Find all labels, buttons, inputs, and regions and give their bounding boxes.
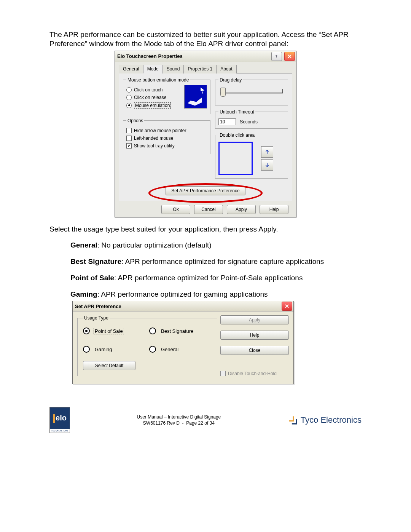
highlight-ellipse	[148, 183, 263, 203]
radio-general-label: General	[160, 346, 180, 353]
close-button[interactable]	[282, 302, 292, 311]
double-click-box	[218, 142, 253, 175]
radio-gaming[interactable]: Gaming	[83, 346, 145, 353]
tab-general[interactable]: General	[119, 65, 143, 73]
footer-line1: User Manual – Interactive Digital Signag…	[137, 414, 221, 420]
tab-bar: General Mode Sound Properties 1 About	[119, 64, 292, 73]
page-footer: elo TOUCHSYSTEMS User Manual – Interacti…	[49, 407, 362, 433]
radio-gaming-label: Gaming	[94, 346, 113, 353]
radio-point-of-sale[interactable]: Point of Sale	[83, 328, 145, 334]
radio-point-of-sale-label: Point of Sale	[94, 328, 124, 334]
drag-delay-slider[interactable]	[220, 92, 283, 94]
help-button[interactable]: Help	[220, 331, 289, 340]
double-click-area-legend: Double click area	[218, 133, 256, 138]
radio-mouse-emulation-label: Mouse emulation	[134, 102, 171, 109]
usage-type-legend: Usage Type	[83, 315, 110, 321]
window-title: Elo Touchscreen Properties	[117, 53, 270, 59]
general-desc: : No particular optimization (default)	[97, 241, 212, 249]
check-left-handed-label: Left-handed mouse	[134, 136, 173, 141]
general-label: General	[70, 241, 97, 249]
close-button[interactable]	[284, 52, 295, 61]
cancel-button[interactable]: Cancel	[194, 205, 223, 214]
elo-logo-sub: TOUCHSYSTEMS	[50, 429, 70, 433]
untouch-timeout-legend: Untouch Timeout	[218, 109, 255, 115]
help-button-bottom[interactable]: Help	[260, 205, 288, 214]
apply-button[interactable]: Apply	[227, 205, 256, 214]
select-default-button[interactable]: Select Default	[83, 361, 135, 370]
apply-button[interactable]: Apply	[220, 315, 289, 324]
tab-about[interactable]: About	[216, 65, 236, 73]
select-usage-paragraph: Select the usage type best suited for yo…	[49, 225, 362, 234]
elo-touchscreen-properties-window: Elo Touchscreen Properties ? General Mod…	[115, 51, 296, 217]
tyco-mark-icon	[288, 415, 298, 425]
gaming-desc: : APR performance optimized for gaming a…	[97, 290, 268, 298]
check-hide-pointer-label: Hide arrow mouse pointer	[134, 128, 186, 133]
untouch-timeout-unit: Seconds	[240, 119, 258, 125]
gaming-label: Gaming	[70, 290, 97, 298]
check-tool-tray-label: Show tool tray utility	[134, 143, 175, 149]
footer-text: User Manual – Interactive Digital Signag…	[137, 414, 221, 426]
radio-click-on-touch[interactable]: Click on touch	[126, 87, 181, 93]
help-button[interactable]: ?	[271, 52, 282, 61]
radio-best-signature-label: Best Signature	[160, 328, 194, 334]
ok-button[interactable]: Ok	[161, 205, 190, 214]
checkbox-icon	[220, 371, 226, 376]
best-signature-label: Best Signature	[70, 257, 121, 265]
tab-mode[interactable]: Mode	[143, 65, 163, 73]
radio-click-on-release[interactable]: Click on release	[126, 95, 181, 100]
point-of-sale-line: Point of Sale: APR performance optimized…	[49, 273, 362, 283]
gaming-line: Gaming: APR performance optimized for ga…	[49, 290, 362, 299]
slider-tick	[282, 89, 283, 93]
mouse-emulation-group: Mouse button emulation mode Click on tou…	[123, 77, 210, 114]
tab-properties1[interactable]: Properties 1	[183, 65, 217, 73]
slider-thumb[interactable]	[220, 88, 226, 97]
dialog-button-row: Ok Cancel Apply Help	[119, 201, 292, 214]
radio-mouse-emulation[interactable]: Mouse emulation	[126, 102, 181, 109]
options-legend: Options	[126, 118, 144, 123]
best-signature-desc: : APR performance optimized for signatur…	[121, 257, 324, 265]
disable-touch-hold-label: Disable Touch-and-Hold	[228, 371, 277, 376]
footer-page-number: Page 22 of 34	[186, 420, 215, 426]
intro-paragraph: The APR performance can be customized to…	[49, 30, 362, 48]
footer-doc-id: SW601176 Rev D	[143, 420, 180, 426]
cursor-preview-icon	[184, 85, 207, 109]
untouch-timeout-input[interactable]	[218, 118, 236, 125]
drag-delay-legend: Drag delay	[218, 77, 243, 83]
increase-area-button[interactable]	[261, 146, 273, 158]
elo-logo: elo TOUCHSYSTEMS	[49, 407, 70, 433]
best-signature-line: Best Signature: APR performance optimize…	[49, 257, 362, 266]
decrease-area-button[interactable]	[261, 159, 273, 171]
general-line: General: No particular optimization (def…	[49, 241, 362, 250]
usage-type-group: Usage Type Point of Sale Best Signature …	[77, 315, 217, 376]
set-apr-preference-window: Set APR Preference Usage Type Point of S…	[72, 301, 294, 384]
point-of-sale-label: Point of Sale	[70, 274, 114, 282]
svg-text:?: ?	[276, 54, 278, 58]
titlebar: Set APR Preference	[73, 301, 293, 312]
drag-delay-group: Drag delay	[215, 77, 288, 105]
options-group: Options Hide arrow mouse pointer Left-ha…	[123, 118, 210, 154]
tyco-logo-text: Tyco Electronics	[301, 415, 362, 425]
radio-best-signature[interactable]: Best Signature	[149, 328, 212, 334]
titlebar: Elo Touchscreen Properties ?	[115, 51, 296, 62]
mouse-emulation-legend: Mouse button emulation mode	[126, 77, 190, 83]
window-title: Set APR Preference	[75, 304, 282, 309]
disable-touch-hold-check[interactable]: Disable Touch-and-Hold	[220, 371, 289, 376]
double-click-area-group: Double click area	[215, 133, 288, 179]
untouch-timeout-group: Untouch Timeout Seconds	[215, 109, 288, 129]
point-of-sale-desc: : APR performance optimized for Point-of…	[114, 274, 303, 282]
check-hide-pointer[interactable]: Hide arrow mouse pointer	[126, 128, 207, 133]
radio-general[interactable]: General	[149, 346, 212, 353]
check-left-handed[interactable]: Left-handed mouse	[126, 136, 207, 141]
check-tool-tray[interactable]: Show tool tray utility	[126, 143, 207, 149]
tab-sound[interactable]: Sound	[162, 65, 184, 73]
tyco-logo: Tyco Electronics	[288, 415, 362, 425]
radio-click-on-release-label: Click on release	[134, 95, 166, 100]
radio-click-on-touch-label: Click on touch	[134, 87, 162, 93]
close-button-bottom[interactable]: Close	[220, 346, 289, 355]
